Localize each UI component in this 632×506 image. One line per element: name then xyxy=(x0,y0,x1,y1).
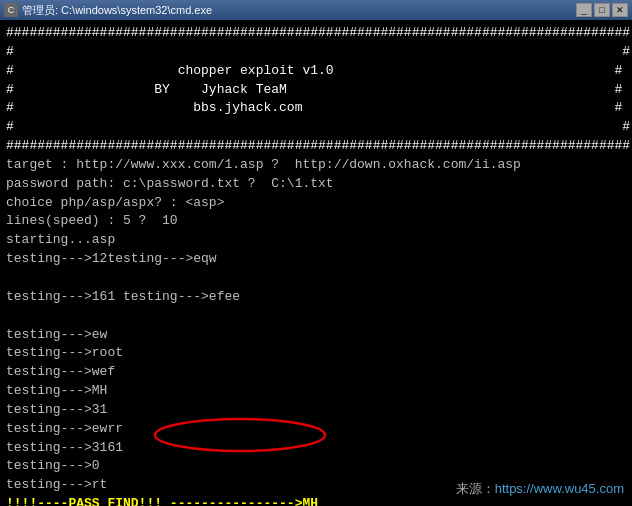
maximize-button[interactable]: □ xyxy=(594,3,610,17)
svg-point-0 xyxy=(155,419,325,451)
starting-line: starting...asp xyxy=(6,231,626,250)
cmd-body: ########################################… xyxy=(0,20,632,506)
header-author: # BY Jyhack TeaM # xyxy=(6,81,626,100)
header-empty-1: # # xyxy=(6,43,626,62)
close-button[interactable]: ✕ xyxy=(612,3,628,17)
title-bar-buttons: _ □ ✕ xyxy=(576,3,628,17)
header-title: # chopper exploit v1.0 # xyxy=(6,62,626,81)
lines-line: lines(speed) : 5 ? 10 xyxy=(6,212,626,231)
blank-1 xyxy=(6,269,626,288)
testing-ew: testing--->ew xyxy=(6,326,626,345)
testing-0: testing--->0 xyxy=(6,457,626,476)
testing-root: testing--->root xyxy=(6,344,626,363)
testing-wef: testing--->wef xyxy=(6,363,626,382)
watermark: 来源：https://www.wu45.com xyxy=(456,480,624,498)
separator-bottom: ########################################… xyxy=(6,137,626,156)
testing-12: testing--->12testing--->eqw xyxy=(6,250,626,269)
target-line: target : http://www.xxx.com/1.asp ? http… xyxy=(6,156,626,175)
watermark-label: 来源： xyxy=(456,481,495,496)
blank-2 xyxy=(6,307,626,326)
minimize-button[interactable]: _ xyxy=(576,3,592,17)
header-site: # bbs.jyhack.com # xyxy=(6,99,626,118)
header-empty-2: # # xyxy=(6,118,626,137)
password-line: password path: c:\password.txt ? C:\1.tx… xyxy=(6,175,626,194)
title-bar-icon: C xyxy=(4,3,18,17)
oval-annotation xyxy=(150,416,330,454)
separator-top: ########################################… xyxy=(6,24,626,43)
title-bar-text: 管理员: C:\windows\system32\cmd.exe xyxy=(22,3,576,18)
choice-line: choice php/asp/aspx? : <asp> xyxy=(6,194,626,213)
testing-161: testing--->161 testing--->efee xyxy=(6,288,626,307)
title-bar: C 管理员: C:\windows\system32\cmd.exe _ □ ✕ xyxy=(0,0,632,20)
watermark-url: https://www.wu45.com xyxy=(495,481,624,496)
testing-mh: testing--->MH xyxy=(6,382,626,401)
